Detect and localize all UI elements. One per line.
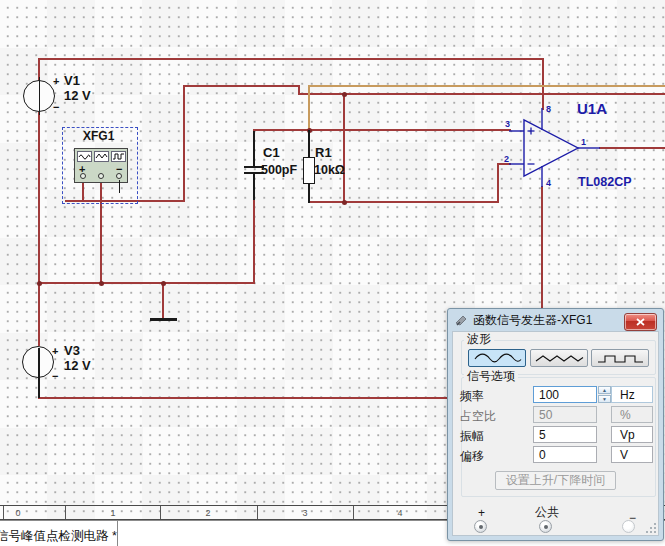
- u1a-part-number[interactable]: TL082CP: [578, 176, 632, 189]
- v3-plus-sign: +: [52, 346, 58, 357]
- v3-refdes[interactable]: V3: [64, 344, 80, 357]
- duty-cycle-input: 50: [533, 406, 597, 423]
- amplitude-row: 振幅 5 Vp: [453, 426, 658, 445]
- wire-segment[interactable]: [308, 85, 665, 87]
- c1-refdes[interactable]: C1: [263, 146, 280, 159]
- sine-wave-icon: [472, 352, 523, 365]
- junction-dot: [342, 200, 347, 205]
- xfg1-refdes[interactable]: XFG1: [83, 130, 114, 143]
- wire-segment[interactable]: [253, 197, 255, 284]
- tab-divider: [117, 521, 118, 546]
- wire-segment[interactable]: [541, 186, 543, 308]
- amplitude-label: 振幅: [460, 428, 484, 445]
- dialog-title: 函数信号发生器-XFG1: [473, 312, 592, 329]
- minus-terminal-connector[interactable]: [622, 520, 635, 533]
- offset-label: 偏移: [460, 448, 484, 465]
- wire-segment[interactable]: [38, 58, 544, 60]
- u1a-pin4-number: 4: [546, 179, 551, 188]
- v1-lead: [39, 77, 41, 115]
- u1a-pin3-number: 3: [505, 120, 510, 129]
- offset-input[interactable]: 0: [533, 446, 597, 463]
- v1-value[interactable]: 12 V: [64, 89, 91, 102]
- wire-segment[interactable]: [308, 201, 499, 203]
- wire-segment[interactable]: [253, 129, 511, 131]
- function-generator-dialog: 函数信号发生器-XFG1 波形: [447, 308, 664, 541]
- resize-grip[interactable]: [646, 523, 656, 533]
- offset-unit: V: [611, 446, 653, 463]
- r1-lead: [308, 183, 310, 203]
- v1-refdes[interactable]: V1: [64, 74, 80, 87]
- junction-dot: [342, 92, 347, 97]
- sheet-tab[interactable]: 信号峰值点检测电路 *: [0, 528, 117, 545]
- amplitude-input[interactable]: 5: [533, 426, 597, 443]
- common-terminal-label: 公共: [535, 504, 559, 521]
- plus-terminal-label: +: [478, 506, 485, 520]
- c1-lead: [253, 174, 255, 200]
- ruler-label: 1: [103, 508, 123, 518]
- xfg1-minus-terminal[interactable]: [116, 173, 122, 179]
- v3-minus-sign: −: [52, 371, 58, 382]
- r1-value[interactable]: 10kΩ: [314, 164, 345, 177]
- u1a-pin1-number: 1: [581, 138, 586, 147]
- xfg1-common-terminal[interactable]: [98, 173, 104, 179]
- frequency-label: 频率: [460, 388, 484, 405]
- amplitude-unit: Vp: [611, 426, 653, 443]
- multisim-canvas: + − V1 12 V + − V3 12 V XFG1 + − C1 500p…: [0, 0, 665, 546]
- c1-value[interactable]: 500pF: [261, 164, 297, 177]
- frequency-unit: Hz: [611, 386, 653, 403]
- signal-options-label: 信号选项: [464, 370, 518, 383]
- ruler-label: 0: [8, 508, 28, 518]
- junction-dot: [37, 281, 42, 286]
- v1-plus-sign: +: [53, 76, 59, 87]
- offset-row: 偏移 0 V: [453, 446, 658, 465]
- spinner-down-icon[interactable]: ▼: [598, 395, 611, 403]
- wire-segment[interactable]: [38, 282, 255, 284]
- r1-refdes[interactable]: R1: [315, 146, 332, 159]
- frequency-input[interactable]: 100: [533, 386, 597, 403]
- u1a-pin2-number: 2: [504, 155, 509, 164]
- u1a-pin8-number: 8: [546, 105, 551, 114]
- common-terminal-connector[interactable]: [539, 520, 552, 533]
- duty-cycle-unit: %: [611, 406, 653, 423]
- triangle-wave-icon: [534, 352, 585, 365]
- wire-segment[interactable]: [183, 85, 300, 87]
- wire-segment[interactable]: [308, 85, 310, 131]
- u1a-refdes[interactable]: U1A: [577, 102, 607, 115]
- wire-segment[interactable]: [38, 112, 40, 346]
- ruler-label: 4: [390, 508, 410, 518]
- xfg1-minus-stub: [119, 180, 121, 193]
- v1-minus-sign: −: [53, 102, 59, 113]
- duty-cycle-label: 占空比: [460, 408, 496, 425]
- frequency-row: 频率 100 ▲ ▼ Hz: [453, 386, 658, 405]
- waveform-group-label: 波形: [464, 333, 494, 346]
- duty-cycle-row: 占空比 50 %: [453, 406, 658, 425]
- plus-terminal-connector[interactable]: [474, 520, 487, 533]
- square-wave-icon: [595, 352, 646, 365]
- spinner-up-icon[interactable]: ▲: [598, 386, 611, 394]
- v3-value[interactable]: 12 V: [64, 359, 91, 372]
- set-rise-fall-button[interactable]: 设置上升/下降时间: [495, 471, 616, 490]
- square-wave-button[interactable]: [591, 349, 649, 367]
- dialog-body: 波形 信号选项 频率 100: [452, 331, 659, 536]
- sine-wave-button[interactable]: [468, 349, 526, 367]
- xfg1-sine-screen: [77, 151, 92, 162]
- xfg1-plus-terminal[interactable]: [80, 173, 86, 179]
- wire-segment[interactable]: [162, 283, 164, 318]
- triangle-wave-button[interactable]: [530, 349, 588, 367]
- wire-segment[interactable]: [38, 397, 448, 399]
- junction-dot: [161, 281, 166, 286]
- ground-icon[interactable]: [150, 318, 177, 321]
- xfg1-square-screen: [111, 151, 126, 162]
- v3-lead: [38, 348, 40, 398]
- ruler-label: 3: [295, 508, 315, 518]
- close-button[interactable]: [624, 313, 657, 331]
- wire-segment[interactable]: [343, 93, 345, 203]
- close-icon: [636, 318, 645, 326]
- ruler-label: 2: [198, 508, 218, 518]
- function-generator-icon: [455, 314, 468, 327]
- junction-dot: [99, 281, 104, 286]
- wire-segment[interactable]: [183, 85, 185, 202]
- frequency-spinner[interactable]: ▲ ▼: [598, 386, 611, 403]
- r1-lead: [308, 130, 310, 158]
- xfg1-triangle-screen: [94, 151, 109, 162]
